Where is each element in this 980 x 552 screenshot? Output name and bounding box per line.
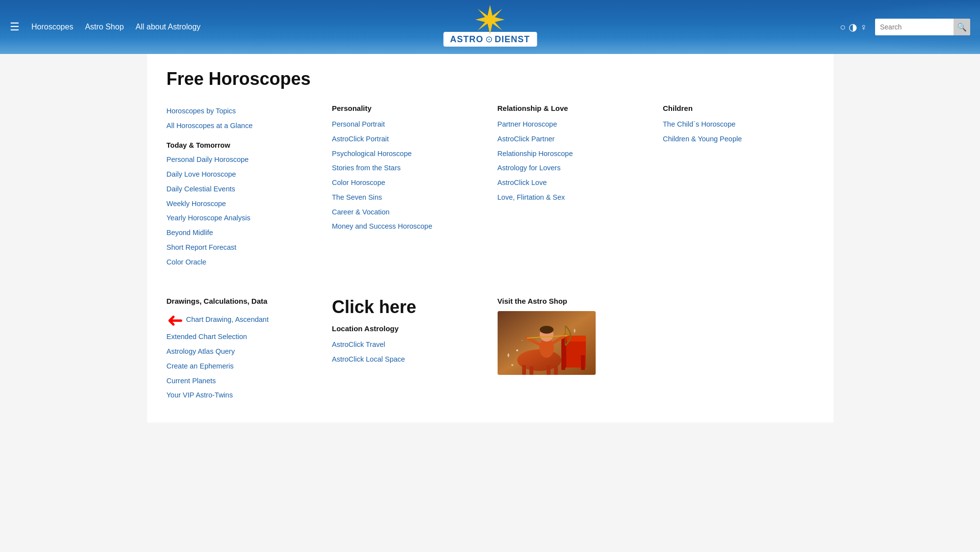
list-item[interactable]: The Seven Sins bbox=[332, 190, 483, 205]
list-item[interactable]: Astrology Atlas Query bbox=[167, 344, 235, 359]
lower-section: Drawings, Calculations, Data ➜Chart Draw… bbox=[167, 289, 814, 403]
list-item[interactable]: Psychological Horoscope bbox=[332, 147, 483, 161]
list-item[interactable]: Chart Drawing, Ascendant bbox=[186, 313, 269, 327]
list-item[interactable]: Short Report Forecast bbox=[167, 240, 318, 255]
col-relationship: Relationship & Love Partner HoroscopeAst… bbox=[498, 104, 649, 269]
drawings-header: Drawings, Calculations, Data bbox=[167, 297, 318, 305]
site-logo[interactable]: ASTRO ⊙ DIENST bbox=[443, 7, 537, 47]
list-item[interactable]: AstroClick Partner bbox=[498, 132, 649, 147]
col-children: Children The Child`s HoroscopeChildren &… bbox=[663, 104, 814, 269]
page-title: Free Horoscopes bbox=[167, 69, 814, 89]
location-items: AstroClick TravelAstroClick Local Space bbox=[332, 338, 483, 367]
list-item[interactable]: AstroClick Love bbox=[498, 176, 649, 190]
list-item[interactable]: Personal Daily Horoscope bbox=[167, 153, 318, 167]
list-item[interactable]: Horoscopes by Topics bbox=[167, 104, 318, 119]
list-item[interactable]: Daily Celestial Events bbox=[167, 182, 318, 197]
list-item[interactable]: Current Planets bbox=[167, 374, 216, 389]
search-button[interactable]: 🔍 bbox=[954, 19, 970, 35]
svg-point-21 bbox=[540, 326, 553, 334]
list-item[interactable]: Beyond Midlife bbox=[167, 226, 318, 240]
location-header: Location Astrology bbox=[332, 324, 483, 333]
list-item[interactable]: Your VIP Astro-Twins bbox=[167, 388, 233, 403]
col4-items: The Child`s HoroscopeChildren & Young Pe… bbox=[663, 117, 814, 147]
astro-icons-group: ○ ◑ ♀ bbox=[840, 21, 867, 33]
list-item[interactable]: Weekly Horoscope bbox=[167, 197, 318, 211]
main-content: Free Horoscopes Horoscopes by TopicsAll … bbox=[147, 54, 833, 422]
list-item[interactable]: Color Horoscope bbox=[332, 176, 483, 190]
lower-grid: Drawings, Calculations, Data ➜Chart Draw… bbox=[167, 297, 814, 403]
nav-horoscopes[interactable]: Horoscopes bbox=[31, 23, 73, 31]
list-item[interactable]: Today & Tomorrow bbox=[167, 138, 318, 153]
logo-text-dienst: DIENST bbox=[495, 34, 530, 45]
search-icon: 🔍 bbox=[957, 23, 967, 32]
list-item[interactable]: The Child`s Horoscope bbox=[663, 117, 814, 132]
visit-shop-title: Visit the Astro Shop bbox=[498, 297, 649, 305]
nav-all-about-astrology[interactable]: All about Astrology bbox=[136, 23, 201, 31]
children-header: Children bbox=[663, 104, 814, 112]
search-box[interactable]: 🔍 bbox=[875, 19, 970, 35]
list-item[interactable]: Stories from the Stars bbox=[332, 161, 483, 176]
list-item[interactable]: Create an Ephemeris bbox=[167, 359, 234, 374]
hamburger-menu-icon[interactable]: ☰ bbox=[10, 21, 20, 33]
list-item[interactable]: All Horoscopes at a Glance bbox=[167, 119, 318, 133]
svg-rect-16 bbox=[529, 366, 533, 375]
list-item[interactable]: Astrology for Lovers bbox=[498, 161, 649, 176]
list-item[interactable]: Money and Success Horoscope bbox=[332, 219, 483, 234]
list-item[interactable]: AstroClick Travel bbox=[332, 338, 483, 352]
col3-items: Partner HoroscopeAstroClick PartnerRelat… bbox=[498, 117, 649, 205]
col1-items: Horoscopes by TopicsAll Horoscopes at a … bbox=[167, 104, 318, 269]
location-col-wrapper: Click here Location Astrology AstroClick… bbox=[332, 297, 483, 367]
list-item[interactable]: AstroClick Local Space bbox=[332, 352, 483, 367]
svg-point-4 bbox=[511, 364, 513, 366]
svg-rect-11 bbox=[581, 355, 585, 370]
list-item[interactable]: Love, Flirtation & Sex bbox=[498, 190, 649, 205]
relationship-header: Relationship & Love bbox=[498, 104, 649, 112]
header-nav-left: ☰ Horoscopes Astro Shop All about Astrol… bbox=[10, 21, 201, 33]
svg-rect-17 bbox=[547, 365, 551, 375]
list-item[interactable]: Career & Vocation bbox=[332, 205, 483, 220]
list-item[interactable]: Personal Portrait bbox=[332, 117, 483, 132]
svg-point-2 bbox=[516, 349, 518, 351]
svg-point-8 bbox=[522, 340, 523, 341]
col-general: Horoscopes by TopicsAll Horoscopes at a … bbox=[167, 104, 318, 269]
red-arrow-icon: ➜ bbox=[167, 310, 183, 330]
drawings-col: Drawings, Calculations, Data ➜Chart Draw… bbox=[167, 297, 318, 403]
click-here-text[interactable]: Click here bbox=[332, 297, 483, 317]
col-personality: Personality Personal PortraitAstroClick … bbox=[332, 104, 483, 269]
list-item[interactable]: Color Oracle bbox=[167, 255, 318, 270]
list-item[interactable]: Partner Horoscope bbox=[498, 117, 649, 132]
site-header: ☰ Horoscopes Astro Shop All about Astrol… bbox=[0, 0, 980, 54]
list-item[interactable]: Children & Young People bbox=[663, 132, 814, 147]
logo-star-icon bbox=[475, 5, 504, 34]
svg-rect-15 bbox=[522, 365, 526, 375]
list-item[interactable]: Daily Love Horoscope bbox=[167, 167, 318, 182]
logo-circle-icon: ⊙ bbox=[485, 34, 493, 45]
shop-image[interactable] bbox=[498, 311, 596, 375]
top-content-grid: Horoscopes by TopicsAll Horoscopes at a … bbox=[167, 104, 814, 269]
drawings-items: ➜Chart Drawing, AscendantExtended Chart … bbox=[167, 310, 318, 403]
moon-half-icon: ◑ bbox=[849, 21, 857, 33]
logo-text-astro: ASTRO bbox=[450, 34, 483, 45]
planet-icon: ♀ bbox=[860, 22, 867, 33]
shop-illustration bbox=[498, 311, 596, 375]
search-input[interactable] bbox=[875, 19, 954, 35]
visit-shop-col: Visit the Astro Shop bbox=[498, 297, 649, 375]
personality-header: Personality bbox=[332, 104, 483, 112]
list-item[interactable]: Relationship Horoscope bbox=[498, 147, 649, 161]
list-item[interactable]: Extended Chart Selection bbox=[167, 330, 247, 344]
list-item[interactable]: AstroClick Portrait bbox=[332, 132, 483, 147]
svg-marker-0 bbox=[475, 5, 504, 34]
list-item[interactable]: Yearly Horoscope Analysis bbox=[167, 211, 318, 226]
nav-astro-shop[interactable]: Astro Shop bbox=[85, 23, 124, 31]
svg-rect-18 bbox=[554, 366, 558, 375]
header-right: ○ ◑ ♀ 🔍 bbox=[840, 19, 970, 35]
svg-rect-12 bbox=[561, 355, 565, 370]
moon-new-icon: ○ bbox=[840, 22, 846, 33]
col2-items: Personal PortraitAstroClick PortraitPsyc… bbox=[332, 117, 483, 234]
